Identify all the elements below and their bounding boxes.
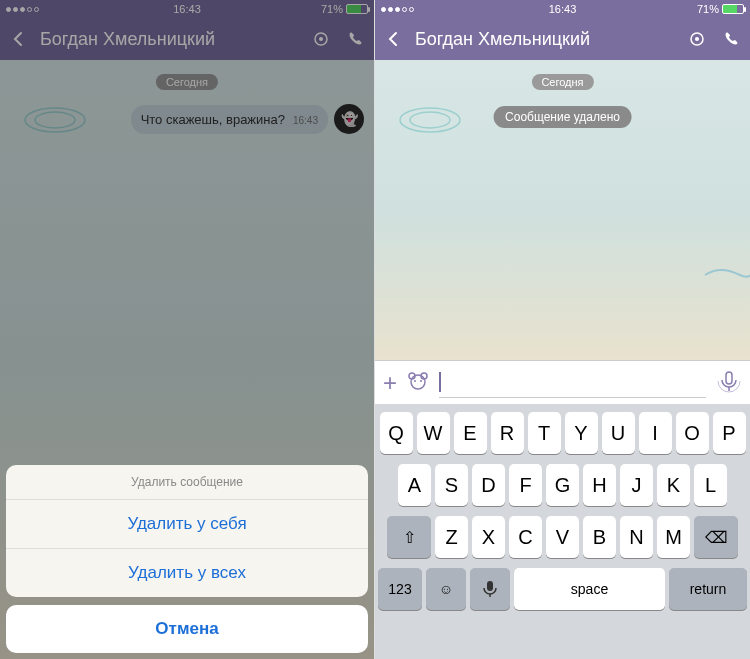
svg-point-12 [420, 380, 422, 382]
keyboard: QWERTYUIOP ASDFGHJKL ⇧ ZXCVBNM ⌫ 123 ☺ s… [375, 404, 750, 659]
chat-area-right: Сегодня Сообщение удалено [375, 60, 750, 360]
mic-icon[interactable] [716, 368, 742, 398]
status-bar: 16:43 71% [375, 0, 750, 18]
sheet-title: Удалить сообщение [6, 465, 368, 500]
key-y[interactable]: Y [565, 412, 598, 454]
phone-left: 16:43 71% Богдан Хмельницкий Сегодня Что… [0, 0, 375, 659]
key-l[interactable]: L [694, 464, 727, 506]
key-z[interactable]: Z [435, 516, 468, 558]
kbd-row-3: ⇧ ZXCVBNM ⌫ [378, 516, 747, 558]
key-i[interactable]: I [639, 412, 672, 454]
compose-bar: + [375, 360, 750, 404]
key-v[interactable]: V [546, 516, 579, 558]
key-n[interactable]: N [620, 516, 653, 558]
chat-title[interactable]: Богдан Хмельницкий [415, 29, 676, 50]
call-icon[interactable] [718, 26, 744, 52]
key-t[interactable]: T [528, 412, 561, 454]
battery-icon [722, 4, 744, 14]
key-f[interactable]: F [509, 464, 542, 506]
key-a[interactable]: A [398, 464, 431, 506]
key-s[interactable]: S [435, 464, 468, 506]
space-key[interactable]: space [514, 568, 665, 610]
svg-point-11 [414, 380, 416, 382]
back-icon[interactable] [381, 26, 407, 52]
dictation-key[interactable] [470, 568, 510, 610]
delete-for-all-button[interactable]: Удалить у всех [6, 549, 368, 597]
return-key[interactable]: return [669, 568, 747, 610]
shift-key[interactable]: ⇧ [387, 516, 431, 558]
deleted-message: Сообщение удалено [493, 106, 632, 128]
key-b[interactable]: B [583, 516, 616, 558]
key-j[interactable]: J [620, 464, 653, 506]
key-u[interactable]: U [602, 412, 635, 454]
key-g[interactable]: G [546, 464, 579, 506]
backspace-key[interactable]: ⌫ [694, 516, 738, 558]
key-r[interactable]: R [491, 412, 524, 454]
key-w[interactable]: W [417, 412, 450, 454]
key-o[interactable]: O [676, 412, 709, 454]
sticker-icon[interactable] [407, 370, 429, 396]
kbd-row-1: QWERTYUIOP [378, 412, 747, 454]
kbd-row-4: 123 ☺ space return [378, 568, 747, 610]
phone-right: 16:43 71% Богдан Хмельницкий Сегодня Соо… [375, 0, 750, 659]
cancel-button[interactable]: Отмена [6, 605, 368, 653]
key-d[interactable]: D [472, 464, 505, 506]
key-p[interactable]: P [713, 412, 746, 454]
key-m[interactable]: M [657, 516, 690, 558]
key-e[interactable]: E [454, 412, 487, 454]
key-h[interactable]: H [583, 464, 616, 506]
action-sheet-group: Удалить сообщение Удалить у себя Удалить… [6, 465, 368, 597]
svg-rect-15 [487, 581, 493, 591]
kbd-row-2: ASDFGHJKL [378, 464, 747, 506]
emoji-key[interactable]: ☺ [426, 568, 466, 610]
key-c[interactable]: C [509, 516, 542, 558]
gear-icon[interactable] [684, 26, 710, 52]
chat-header: Богдан Хмельницкий [375, 18, 750, 60]
svg-point-8 [411, 375, 425, 389]
message-input[interactable] [439, 368, 706, 398]
svg-rect-13 [726, 372, 732, 384]
delete-for-me-button[interactable]: Удалить у себя [6, 500, 368, 549]
key-x[interactable]: X [472, 516, 505, 558]
plus-icon[interactable]: + [383, 369, 397, 397]
day-separator: Сегодня [531, 74, 593, 90]
svg-point-7 [410, 112, 450, 128]
key-k[interactable]: K [657, 464, 690, 506]
caret [439, 372, 441, 392]
svg-point-5 [695, 37, 699, 41]
status-time: 16:43 [375, 3, 750, 15]
numeric-key[interactable]: 123 [378, 568, 422, 610]
action-sheet: Удалить сообщение Удалить у себя Удалить… [6, 465, 368, 653]
key-q[interactable]: Q [380, 412, 413, 454]
